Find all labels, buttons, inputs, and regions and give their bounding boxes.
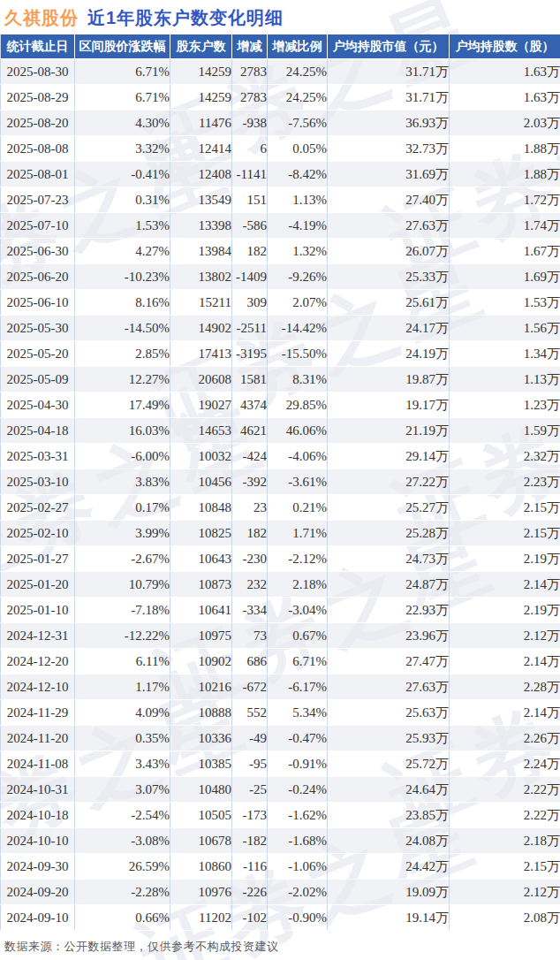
cell-avg-shares: 2.14万 [450, 649, 560, 674]
cell-delta: -424 [232, 444, 268, 469]
cell-delta-ratio: -6.17% [268, 674, 328, 700]
column-header-holders: 股东户数 [170, 34, 232, 59]
cell-holders: 19027 [170, 392, 232, 418]
cell-delta: -334 [232, 598, 268, 623]
cell-avg-shares: 2.22万 [450, 803, 560, 828]
cell-holders: 10385 [170, 751, 232, 777]
cell-avg-market-value: 24.17万 [328, 316, 450, 341]
cell-holders: 10975 [170, 623, 232, 649]
cell-holders: 13398 [170, 213, 232, 239]
cell-avg-shares: 2.03万 [450, 110, 560, 136]
cell-avg-market-value: 26.07万 [328, 239, 450, 264]
cell-avg-market-value: 24.64万 [328, 777, 450, 803]
cell-avg-shares: 1.63万 [450, 59, 560, 85]
cell-date: 2025-02-10 [1, 521, 75, 546]
table-row: 2024-09-20-2.28%10976-226-2.02%19.09万2.1… [1, 880, 560, 905]
cell-price-change: 12.27% [75, 367, 170, 392]
cell-date: 2025-03-10 [1, 469, 75, 495]
cell-delta-ratio: 24.25% [268, 85, 328, 110]
cell-avg-shares: 2.12万 [450, 880, 560, 905]
cell-avg-market-value: 19.09万 [328, 880, 450, 905]
cell-avg-market-value: 25.61万 [328, 290, 450, 316]
cell-delta: 151 [232, 187, 268, 213]
cell-avg-shares: 2.14万 [450, 700, 560, 726]
cell-holders: 20608 [170, 367, 232, 392]
cell-holders: 10641 [170, 598, 232, 623]
cell-avg-market-value: 27.22万 [328, 469, 450, 495]
cell-delta-ratio: -0.47% [268, 726, 328, 751]
cell-delta: -2511 [232, 316, 268, 341]
cell-price-change: 2.85% [75, 341, 170, 367]
cell-delta-ratio: -15.50% [268, 341, 328, 367]
table-row: 2025-07-230.31%135491511.13%27.40万1.72万 [1, 187, 560, 213]
cell-price-change: -10.23% [75, 264, 170, 290]
cell-delta-ratio: 2.18% [268, 572, 328, 598]
cell-date: 2025-01-27 [1, 546, 75, 572]
cell-holders: 10643 [170, 546, 232, 572]
cell-date: 2025-04-18 [1, 418, 75, 444]
cell-price-change: 6.71% [75, 59, 170, 85]
cell-delta-ratio: -1.62% [268, 803, 328, 828]
cell-price-change: 6.71% [75, 85, 170, 110]
cell-avg-market-value: 27.63万 [328, 213, 450, 239]
cell-price-change: 26.59% [75, 854, 170, 880]
cell-delta: -230 [232, 546, 268, 572]
cell-delta: 182 [232, 521, 268, 546]
table-row: 2024-12-101.17%10216-672-6.17%27.63万2.28… [1, 674, 560, 700]
table-row: 2024-12-206.11%109026866.71%27.47万2.14万 [1, 649, 560, 674]
cell-avg-shares: 1.88万 [450, 136, 560, 162]
cell-avg-market-value: 23.85万 [328, 803, 450, 828]
cell-holders: 10505 [170, 803, 232, 828]
cell-date: 2025-08-01 [1, 162, 75, 187]
cell-holders: 10976 [170, 880, 232, 905]
cell-price-change: 8.16% [75, 290, 170, 316]
cell-date: 2025-06-20 [1, 264, 75, 290]
table-row: 2025-05-202.85%17413-3195-15.50%24.19万1.… [1, 341, 560, 367]
cell-delta: -226 [232, 880, 268, 905]
cell-price-change: 6.11% [75, 649, 170, 674]
cell-holders: 10888 [170, 700, 232, 726]
cell-delta: -173 [232, 803, 268, 828]
cell-delta: -586 [232, 213, 268, 239]
table-row: 2024-11-083.43%10385-95-0.91%25.72万2.24万 [1, 751, 560, 777]
cell-avg-market-value: 23.96万 [328, 623, 450, 649]
cell-holders: 10848 [170, 495, 232, 521]
cell-avg-market-value: 24.87万 [328, 572, 450, 598]
cell-delta: -1409 [232, 264, 268, 290]
cell-avg-market-value: 27.40万 [328, 187, 450, 213]
column-header-avg-shares: 户均持股数（股） [450, 34, 560, 59]
cell-delta: -672 [232, 674, 268, 700]
cell-delta-ratio: -0.90% [268, 905, 328, 931]
cell-avg-shares: 1.72万 [450, 187, 560, 213]
cell-avg-shares: 2.23万 [450, 469, 560, 495]
title-subtitle: 近1年股东户数变化明细 [87, 8, 284, 27]
column-header-delta: 增减 [232, 34, 268, 59]
cell-price-change: -2.67% [75, 546, 170, 572]
cell-delta-ratio: -0.91% [268, 751, 328, 777]
cell-holders: 15211 [170, 290, 232, 316]
stock-name: 久祺股份 [4, 8, 79, 27]
cell-delta: 686 [232, 649, 268, 674]
cell-holders: 10032 [170, 444, 232, 469]
cell-holders: 13802 [170, 264, 232, 290]
cell-date: 2025-05-09 [1, 367, 75, 392]
cell-date: 2024-10-18 [1, 803, 75, 828]
cell-delta: -392 [232, 469, 268, 495]
cell-avg-market-value: 31.71万 [328, 59, 450, 85]
cell-delta-ratio: -3.61% [268, 469, 328, 495]
cell-date: 2025-05-30 [1, 316, 75, 341]
cell-price-change: -6.00% [75, 444, 170, 469]
table-header-row: 统计截止日区间股价涨跌幅股东户数增减增减比例户均持股市值（元）户均持股数（股） [1, 34, 560, 59]
cell-delta: -3195 [232, 341, 268, 367]
cell-avg-market-value: 19.17万 [328, 392, 450, 418]
cell-holders: 10873 [170, 572, 232, 598]
cell-price-change: -7.18% [75, 598, 170, 623]
cell-avg-market-value: 32.73万 [328, 136, 450, 162]
cell-holders: 10216 [170, 674, 232, 700]
cell-avg-market-value: 25.33万 [328, 264, 450, 290]
cell-price-change: -0.41% [75, 162, 170, 187]
cell-price-change: 1.53% [75, 213, 170, 239]
cell-delta-ratio: -8.42% [268, 162, 328, 187]
table-row: 2024-11-200.35%10336-49-0.47%25.93万2.26万 [1, 726, 560, 751]
cell-avg-market-value: 21.19万 [328, 418, 450, 444]
